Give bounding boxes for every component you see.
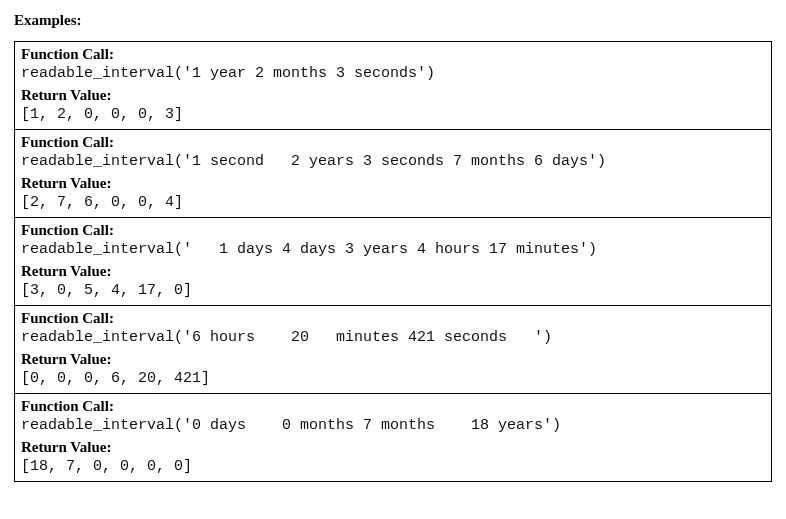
example-row: Function Call: readable_interval('0 days… [15, 394, 772, 482]
example-row: Function Call: readable_interval('1 seco… [15, 130, 772, 218]
example-row: Function Call: readable_interval('6 hour… [15, 306, 772, 394]
function-call-code: readable_interval('1 year 2 months 3 sec… [21, 64, 765, 84]
return-value-code: [18, 7, 0, 0, 0, 0] [21, 457, 765, 477]
function-call-code: readable_interval('0 days 0 months 7 mon… [21, 416, 765, 436]
return-value-code: [3, 0, 5, 4, 17, 0] [21, 281, 765, 301]
return-value-code: [1, 2, 0, 0, 0, 3] [21, 105, 765, 125]
return-value-label: Return Value: [21, 173, 765, 193]
return-value-label: Return Value: [21, 437, 765, 457]
return-value-code: [0, 0, 0, 6, 20, 421] [21, 369, 765, 389]
example-row: Function Call: readable_interval('1 year… [15, 42, 772, 130]
examples-table: Function Call: readable_interval('1 year… [14, 41, 772, 482]
function-call-label: Function Call: [21, 308, 765, 328]
return-value-code: [2, 7, 6, 0, 0, 4] [21, 193, 765, 213]
examples-heading: Examples: [14, 12, 772, 29]
function-call-label: Function Call: [21, 44, 765, 64]
function-call-code: readable_interval('1 second 2 years 3 se… [21, 152, 765, 172]
example-row: Function Call: readable_interval(' 1 day… [15, 218, 772, 306]
function-call-label: Function Call: [21, 396, 765, 416]
return-value-label: Return Value: [21, 85, 765, 105]
return-value-label: Return Value: [21, 349, 765, 369]
function-call-label: Function Call: [21, 220, 765, 240]
return-value-label: Return Value: [21, 261, 765, 281]
function-call-label: Function Call: [21, 132, 765, 152]
function-call-code: readable_interval('6 hours 20 minutes 42… [21, 328, 765, 348]
function-call-code: readable_interval(' 1 days 4 days 3 year… [21, 240, 765, 260]
